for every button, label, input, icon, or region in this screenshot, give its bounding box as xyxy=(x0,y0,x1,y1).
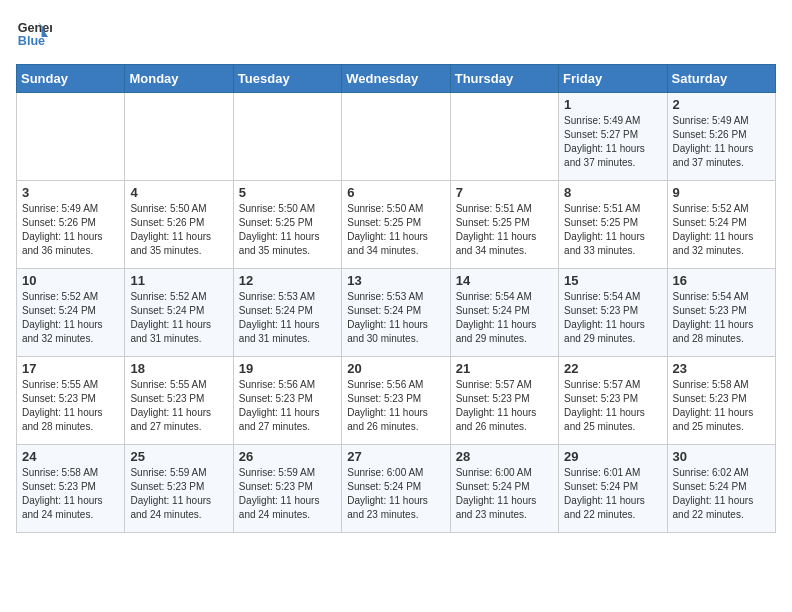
day-info: Sunrise: 5:54 AM Sunset: 5:23 PM Dayligh… xyxy=(673,290,770,346)
day-info: Sunrise: 5:59 AM Sunset: 5:23 PM Dayligh… xyxy=(130,466,227,522)
calendar-cell: 11Sunrise: 5:52 AM Sunset: 5:24 PM Dayli… xyxy=(125,269,233,357)
calendar-cell: 7Sunrise: 5:51 AM Sunset: 5:25 PM Daylig… xyxy=(450,181,558,269)
day-number: 27 xyxy=(347,449,444,464)
calendar-cell: 24Sunrise: 5:58 AM Sunset: 5:23 PM Dayli… xyxy=(17,445,125,533)
day-number: 15 xyxy=(564,273,661,288)
calendar-header-row: SundayMondayTuesdayWednesdayThursdayFrid… xyxy=(17,65,776,93)
day-number: 28 xyxy=(456,449,553,464)
calendar-body: 1Sunrise: 5:49 AM Sunset: 5:27 PM Daylig… xyxy=(17,93,776,533)
calendar-cell: 26Sunrise: 5:59 AM Sunset: 5:23 PM Dayli… xyxy=(233,445,341,533)
day-number: 30 xyxy=(673,449,770,464)
day-number: 10 xyxy=(22,273,119,288)
calendar-cell: 21Sunrise: 5:57 AM Sunset: 5:23 PM Dayli… xyxy=(450,357,558,445)
weekday-header-tuesday: Tuesday xyxy=(233,65,341,93)
calendar-cell: 30Sunrise: 6:02 AM Sunset: 5:24 PM Dayli… xyxy=(667,445,775,533)
calendar-cell: 27Sunrise: 6:00 AM Sunset: 5:24 PM Dayli… xyxy=(342,445,450,533)
calendar-cell: 9Sunrise: 5:52 AM Sunset: 5:24 PM Daylig… xyxy=(667,181,775,269)
day-number: 22 xyxy=(564,361,661,376)
day-info: Sunrise: 6:02 AM Sunset: 5:24 PM Dayligh… xyxy=(673,466,770,522)
day-info: Sunrise: 5:49 AM Sunset: 5:26 PM Dayligh… xyxy=(22,202,119,258)
day-number: 3 xyxy=(22,185,119,200)
calendar-cell: 12Sunrise: 5:53 AM Sunset: 5:24 PM Dayli… xyxy=(233,269,341,357)
day-info: Sunrise: 6:01 AM Sunset: 5:24 PM Dayligh… xyxy=(564,466,661,522)
day-number: 1 xyxy=(564,97,661,112)
weekday-header-monday: Monday xyxy=(125,65,233,93)
calendar-cell: 13Sunrise: 5:53 AM Sunset: 5:24 PM Dayli… xyxy=(342,269,450,357)
day-number: 8 xyxy=(564,185,661,200)
calendar-cell: 2Sunrise: 5:49 AM Sunset: 5:26 PM Daylig… xyxy=(667,93,775,181)
calendar-cell: 20Sunrise: 5:56 AM Sunset: 5:23 PM Dayli… xyxy=(342,357,450,445)
day-info: Sunrise: 5:57 AM Sunset: 5:23 PM Dayligh… xyxy=(564,378,661,434)
day-info: Sunrise: 5:51 AM Sunset: 5:25 PM Dayligh… xyxy=(456,202,553,258)
logo: General Blue xyxy=(16,16,52,52)
calendar-cell: 17Sunrise: 5:55 AM Sunset: 5:23 PM Dayli… xyxy=(17,357,125,445)
logo-icon: General Blue xyxy=(16,16,52,52)
calendar-cell: 22Sunrise: 5:57 AM Sunset: 5:23 PM Dayli… xyxy=(559,357,667,445)
day-info: Sunrise: 5:56 AM Sunset: 5:23 PM Dayligh… xyxy=(239,378,336,434)
day-number: 19 xyxy=(239,361,336,376)
day-info: Sunrise: 5:52 AM Sunset: 5:24 PM Dayligh… xyxy=(130,290,227,346)
day-number: 7 xyxy=(456,185,553,200)
weekday-header-wednesday: Wednesday xyxy=(342,65,450,93)
day-info: Sunrise: 5:53 AM Sunset: 5:24 PM Dayligh… xyxy=(239,290,336,346)
day-number: 23 xyxy=(673,361,770,376)
day-number: 20 xyxy=(347,361,444,376)
day-number: 25 xyxy=(130,449,227,464)
day-info: Sunrise: 5:58 AM Sunset: 5:23 PM Dayligh… xyxy=(22,466,119,522)
day-info: Sunrise: 5:55 AM Sunset: 5:23 PM Dayligh… xyxy=(130,378,227,434)
day-number: 16 xyxy=(673,273,770,288)
calendar-cell: 25Sunrise: 5:59 AM Sunset: 5:23 PM Dayli… xyxy=(125,445,233,533)
day-number: 4 xyxy=(130,185,227,200)
calendar-cell xyxy=(125,93,233,181)
calendar-cell: 3Sunrise: 5:49 AM Sunset: 5:26 PM Daylig… xyxy=(17,181,125,269)
day-number: 26 xyxy=(239,449,336,464)
calendar-week-row: 3Sunrise: 5:49 AM Sunset: 5:26 PM Daylig… xyxy=(17,181,776,269)
day-info: Sunrise: 6:00 AM Sunset: 5:24 PM Dayligh… xyxy=(347,466,444,522)
day-info: Sunrise: 5:53 AM Sunset: 5:24 PM Dayligh… xyxy=(347,290,444,346)
calendar-week-row: 24Sunrise: 5:58 AM Sunset: 5:23 PM Dayli… xyxy=(17,445,776,533)
calendar-cell: 16Sunrise: 5:54 AM Sunset: 5:23 PM Dayli… xyxy=(667,269,775,357)
svg-text:Blue: Blue xyxy=(18,34,45,48)
day-info: Sunrise: 5:52 AM Sunset: 5:24 PM Dayligh… xyxy=(22,290,119,346)
day-info: Sunrise: 5:51 AM Sunset: 5:25 PM Dayligh… xyxy=(564,202,661,258)
calendar-week-row: 10Sunrise: 5:52 AM Sunset: 5:24 PM Dayli… xyxy=(17,269,776,357)
calendar-cell: 5Sunrise: 5:50 AM Sunset: 5:25 PM Daylig… xyxy=(233,181,341,269)
day-number: 21 xyxy=(456,361,553,376)
calendar-week-row: 17Sunrise: 5:55 AM Sunset: 5:23 PM Dayli… xyxy=(17,357,776,445)
calendar-cell: 23Sunrise: 5:58 AM Sunset: 5:23 PM Dayli… xyxy=(667,357,775,445)
calendar-cell: 28Sunrise: 6:00 AM Sunset: 5:24 PM Dayli… xyxy=(450,445,558,533)
calendar-cell xyxy=(450,93,558,181)
calendar-cell: 10Sunrise: 5:52 AM Sunset: 5:24 PM Dayli… xyxy=(17,269,125,357)
day-number: 17 xyxy=(22,361,119,376)
day-info: Sunrise: 5:52 AM Sunset: 5:24 PM Dayligh… xyxy=(673,202,770,258)
calendar-table: SundayMondayTuesdayWednesdayThursdayFrid… xyxy=(16,64,776,533)
calendar-cell: 19Sunrise: 5:56 AM Sunset: 5:23 PM Dayli… xyxy=(233,357,341,445)
calendar-cell: 29Sunrise: 6:01 AM Sunset: 5:24 PM Dayli… xyxy=(559,445,667,533)
weekday-header-friday: Friday xyxy=(559,65,667,93)
day-info: Sunrise: 5:54 AM Sunset: 5:23 PM Dayligh… xyxy=(564,290,661,346)
day-info: Sunrise: 5:49 AM Sunset: 5:26 PM Dayligh… xyxy=(673,114,770,170)
day-info: Sunrise: 5:55 AM Sunset: 5:23 PM Dayligh… xyxy=(22,378,119,434)
page-header: General Blue xyxy=(16,16,776,52)
calendar-cell: 18Sunrise: 5:55 AM Sunset: 5:23 PM Dayli… xyxy=(125,357,233,445)
weekday-header-sunday: Sunday xyxy=(17,65,125,93)
calendar-cell: 8Sunrise: 5:51 AM Sunset: 5:25 PM Daylig… xyxy=(559,181,667,269)
calendar-cell: 4Sunrise: 5:50 AM Sunset: 5:26 PM Daylig… xyxy=(125,181,233,269)
day-number: 29 xyxy=(564,449,661,464)
day-info: Sunrise: 5:59 AM Sunset: 5:23 PM Dayligh… xyxy=(239,466,336,522)
day-number: 2 xyxy=(673,97,770,112)
day-info: Sunrise: 5:50 AM Sunset: 5:25 PM Dayligh… xyxy=(239,202,336,258)
calendar-cell xyxy=(17,93,125,181)
day-info: Sunrise: 5:57 AM Sunset: 5:23 PM Dayligh… xyxy=(456,378,553,434)
day-number: 12 xyxy=(239,273,336,288)
day-info: Sunrise: 5:50 AM Sunset: 5:26 PM Dayligh… xyxy=(130,202,227,258)
calendar-cell: 6Sunrise: 5:50 AM Sunset: 5:25 PM Daylig… xyxy=(342,181,450,269)
day-number: 11 xyxy=(130,273,227,288)
weekday-header-saturday: Saturday xyxy=(667,65,775,93)
day-info: Sunrise: 5:54 AM Sunset: 5:24 PM Dayligh… xyxy=(456,290,553,346)
calendar-cell xyxy=(342,93,450,181)
day-number: 18 xyxy=(130,361,227,376)
day-info: Sunrise: 5:49 AM Sunset: 5:27 PM Dayligh… xyxy=(564,114,661,170)
calendar-cell: 1Sunrise: 5:49 AM Sunset: 5:27 PM Daylig… xyxy=(559,93,667,181)
day-info: Sunrise: 5:58 AM Sunset: 5:23 PM Dayligh… xyxy=(673,378,770,434)
